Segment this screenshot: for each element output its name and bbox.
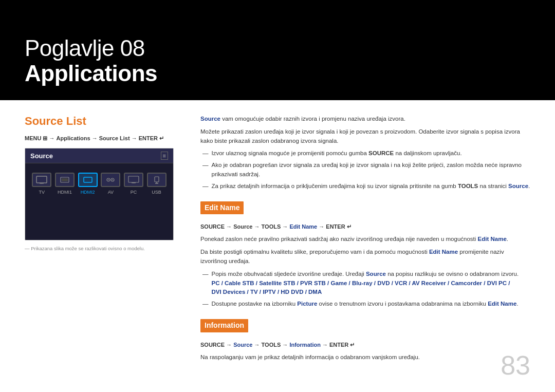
edit-name-bullet-1-text: Popis može obuhvaćati sljedeće izvorišne… xyxy=(212,270,519,297)
hdmi2-icon xyxy=(82,176,94,184)
pc-icon xyxy=(128,176,139,184)
svg-rect-17 xyxy=(155,177,159,182)
chapter-title: Applications xyxy=(25,61,157,86)
picture-bold: Picture xyxy=(297,301,317,307)
svg-point-13 xyxy=(112,179,113,180)
intro-paragraph-1: Source vam omogućuje odabir raznih izvor… xyxy=(200,115,530,124)
hdmi1-icon xyxy=(59,176,70,184)
usb-label: USB xyxy=(152,190,161,195)
source-box-menu-icon: ≡ xyxy=(161,152,168,160)
pc-label: PC xyxy=(131,190,137,195)
info-information-bold: Information xyxy=(289,342,321,348)
menu-keyword: MENU xyxy=(25,135,43,141)
edit-name-bold-1: Edit Name xyxy=(478,236,507,242)
svg-rect-9 xyxy=(85,178,91,181)
information-label: Information xyxy=(200,319,248,332)
information-path: SOURCE → Source → TOOLS → Information → … xyxy=(200,341,530,349)
edit-name-bullet-1: ― Popis može obuhvaćati sljedeće izvoriš… xyxy=(200,270,530,297)
page-number: 83 xyxy=(501,350,530,381)
tv-icon xyxy=(36,176,47,184)
chapter-label: Poglavlje 08 xyxy=(25,36,157,61)
main-content: Source List MENU ⊞ → Applications → Sour… xyxy=(0,100,555,392)
edit-name-bold-3: Edit Name xyxy=(488,301,516,307)
pc-icon-box xyxy=(124,173,143,187)
source-item-hdmi2[interactable]: HDMI2 xyxy=(78,173,98,195)
usb-icon xyxy=(151,176,162,184)
edit-name-p1: Ponekad zaslon neće pravilno prikazivati… xyxy=(200,235,530,244)
source-icons-row: TV HDMI1 xyxy=(25,163,173,199)
menu-path: MENU ⊞ → Applications → Source List → EN… xyxy=(25,135,184,142)
source-item-hdmi1[interactable]: HDMI1 xyxy=(55,173,75,195)
menu-arrow-2: → xyxy=(92,135,99,141)
intro-paragraph-2: Možete prikazati zaslon uređaja koji je … xyxy=(200,127,530,146)
intro-p1-text: vam omogućuje odabir raznih izvora i pro… xyxy=(222,116,405,122)
av-icon xyxy=(105,176,116,184)
source-box-title: Source xyxy=(30,152,53,160)
bullet-3-text: Za prikaz detaljnih informacija o priklj… xyxy=(212,182,530,191)
av-icon-box xyxy=(101,173,120,187)
edit-name-bold-2: Edit Name xyxy=(429,249,458,255)
page-header: Poglavlje 08 Applications xyxy=(0,0,555,100)
source-box: Source ≡ TV xyxy=(25,148,174,240)
menu-source-list: Source List xyxy=(99,135,130,141)
tv-label: TV xyxy=(39,190,45,195)
svg-rect-7 xyxy=(62,178,68,181)
bullet-2: ― Ako je odabran pogrešan izvor signala … xyxy=(200,161,530,179)
edit-name-label: Edit Name xyxy=(200,201,244,215)
av-label: AV xyxy=(108,190,114,195)
hdmi2-icon-box xyxy=(78,173,98,187)
hdmi1-label: HDMI1 xyxy=(58,190,72,195)
source-item-usb[interactable]: USB xyxy=(147,173,166,195)
bullet-1: ― Izvor ulaznog signala moguće je promij… xyxy=(200,149,530,158)
svg-point-12 xyxy=(108,179,109,180)
menu-arrow-3: → ENTER xyxy=(132,135,159,141)
bullet-2-text: Ako je odabran pogrešan izvor signala za… xyxy=(212,161,531,179)
source-bold-1: SOURCE xyxy=(368,150,394,156)
hdmi2-label: HDMI2 xyxy=(81,190,95,195)
information-p1: Na raspolaganju vam je prikaz detaljnih … xyxy=(200,353,530,362)
source-keyword-1: Source xyxy=(200,116,220,122)
edit-name-p2: Da biste postigli optimalnu kvalitetu sl… xyxy=(200,248,530,266)
section-title-source-list: Source List xyxy=(25,115,184,128)
tv-icon-box xyxy=(32,173,51,187)
edit-name-path-bold: Edit Name xyxy=(289,223,317,230)
tools-bold: TOOLS xyxy=(458,183,478,189)
right-column: Source vam omogućuje odabir raznih izvor… xyxy=(200,115,530,378)
information-title-badge: Information xyxy=(200,314,530,337)
source-box-caption: ― Prikazana slika može se razlikovati ov… xyxy=(25,246,184,251)
menu-applications: Applications xyxy=(57,135,90,141)
bullet-1-text: Izvor ulaznog signala moguće je promijen… xyxy=(212,149,462,158)
source-box-header: Source ≡ xyxy=(25,148,173,163)
svg-rect-3 xyxy=(36,176,47,183)
edit-name-bullet-2: ― Dostupne postavke na izborniku Picture… xyxy=(200,300,530,309)
menu-arrow-1: → xyxy=(49,135,57,141)
edit-name-title-badge: Edit Name xyxy=(200,196,530,219)
left-column: Source List MENU ⊞ → Applications → Sour… xyxy=(25,115,184,378)
header-text-block: Poglavlje 08 Applications xyxy=(25,36,157,86)
source-item-av[interactable]: AV xyxy=(101,173,120,195)
svg-rect-14 xyxy=(128,176,139,182)
source-item-tv[interactable]: TV xyxy=(32,173,51,195)
source-bold-3: Source xyxy=(366,271,386,277)
bullet-3: ― Za prikaz detaljnih informacija o prik… xyxy=(200,182,530,191)
hdmi1-icon-box xyxy=(55,173,75,187)
source-bold-2: Source xyxy=(508,183,528,189)
edit-name-bullet-2-text: Dostupne postavke na izborniku Picture o… xyxy=(212,300,519,309)
device-list: PC / Cable STB / Satellite STB / PVR STB… xyxy=(212,280,510,295)
edit-name-path: SOURCE → Source → TOOLS → Edit Name → EN… xyxy=(200,222,530,231)
usb-icon-box xyxy=(147,173,166,187)
info-source-bold: Source xyxy=(233,342,252,348)
source-item-pc[interactable]: PC xyxy=(124,173,143,195)
